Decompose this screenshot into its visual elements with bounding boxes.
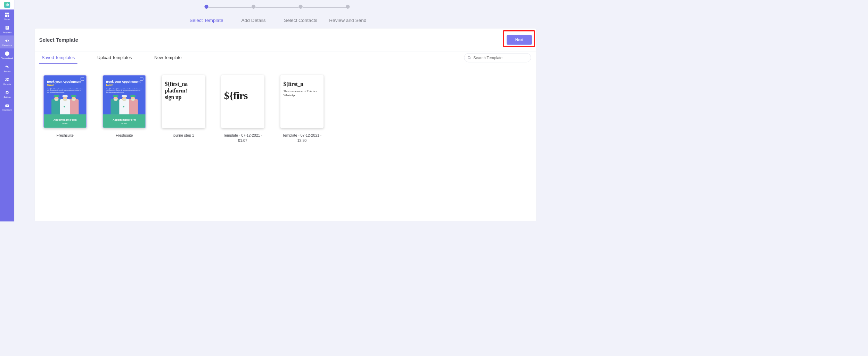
bolt-icon — [5, 51, 10, 56]
tab-upload-templates[interactable]: Upload Templates — [95, 51, 134, 64]
template-item: ${first_n This is a number + This is a W… — [280, 75, 324, 143]
search-wrap — [464, 53, 531, 62]
template-thumb[interactable]: ${firs — [221, 75, 264, 128]
template-item: ${first_na platform! sign up journe step… — [162, 75, 205, 143]
sidebar-item-label: Journey — [4, 70, 11, 72]
tabs-row: Saved Templates Upload Templates New Tem… — [35, 51, 536, 64]
svg-rect-2 — [5, 15, 7, 17]
sidebar-item-campaigns[interactable]: Campaigns — [0, 35, 14, 48]
step-label-1: Select Template — [183, 18, 230, 23]
step-connector — [208, 7, 252, 8]
sidebar: Home Templates Campaigns Transactional J… — [0, 0, 14, 221]
template-thumb[interactable]: ${first_na platform! sign up — [162, 75, 205, 128]
template-item: ${firs Template - 07-12-2021 - 01:07 — [221, 75, 264, 143]
integrations-icon — [5, 103, 10, 108]
svg-rect-1 — [7, 13, 9, 15]
template-item: Book your Appointment Now! Hey ${First N… — [43, 75, 87, 143]
calendar-icon — [140, 77, 143, 81]
gear-icon — [5, 90, 10, 95]
sidebar-item-contacts[interactable]: Contacts — [0, 74, 14, 87]
journey-icon — [5, 64, 10, 69]
card-title: Select Template — [39, 37, 79, 43]
contacts-icon — [5, 77, 10, 82]
step-connector — [255, 7, 298, 8]
svg-rect-9 — [7, 66, 8, 67]
step-label-4: Review and Send — [324, 18, 371, 23]
svg-point-13 — [468, 56, 470, 59]
step-connector — [303, 7, 346, 8]
sidebar-item-integrations[interactable]: Integrations — [0, 100, 14, 113]
sidebar-item-label: Settings — [3, 96, 10, 98]
next-button-highlight — [503, 30, 535, 47]
tab-saved-templates[interactable]: Saved Templates — [39, 51, 77, 64]
step-dot-4[interactable] — [346, 5, 350, 9]
templates-grid: Book your Appointment Now! Hey ${First N… — [35, 64, 536, 148]
template-name: journe step 1 — [173, 133, 194, 138]
sidebar-item-home[interactable]: Home — [0, 9, 14, 22]
main-card: Select Template Next Saved Templates Upl… — [35, 28, 537, 221]
sidebar-item-settings[interactable]: Settings — [0, 87, 14, 100]
sidebar-item-label: Contacts — [3, 83, 11, 85]
tab-new-template[interactable]: New Template — [152, 51, 185, 64]
sidebar-item-label: Transactional — [1, 57, 13, 59]
step-dot-3[interactable] — [299, 5, 303, 9]
home-icon — [5, 12, 10, 17]
stepper: Select Template Add Details Select Conta… — [14, 5, 540, 23]
step-label-2: Add Details — [230, 18, 277, 23]
search-icon — [467, 56, 471, 59]
templates-icon — [5, 25, 10, 30]
template-thumb[interactable]: ${first_n This is a number + This is a W… — [280, 75, 324, 128]
sidebar-item-label: Campaigns — [2, 44, 12, 46]
sidebar-item-label: Integrations — [2, 109, 12, 111]
template-name: Template - 07-12-2021 - 12:30 — [280, 133, 324, 144]
svg-rect-3 — [8, 15, 9, 17]
template-item: Book your Appointment Now! Hey ${First N… — [103, 75, 146, 143]
search-input[interactable] — [464, 53, 531, 62]
svg-line-14 — [470, 58, 471, 59]
sidebar-item-transactional[interactable]: Transactional — [0, 48, 14, 61]
template-name: Freshsuite — [116, 133, 133, 138]
card-header: Select Template Next — [35, 29, 536, 51]
step-dot-1[interactable] — [204, 5, 208, 9]
template-name: Template - 07-12-2021 - 01:07 — [221, 133, 264, 144]
sidebar-item-templates[interactable]: Templates — [0, 23, 14, 35]
calendar-icon — [81, 77, 84, 81]
template-thumb[interactable]: Book your Appointment Now! Hey ${First N… — [103, 75, 146, 128]
svg-point-11 — [7, 78, 8, 79]
template-name: Freshsuite — [57, 133, 74, 138]
sidebar-item-journey[interactable]: Journey — [0, 62, 14, 74]
megaphone-icon — [5, 38, 10, 43]
svg-rect-0 — [5, 13, 7, 15]
sidebar-item-label: Templates — [3, 31, 12, 33]
app-logo[interactable] — [0, 0, 14, 9]
template-thumb[interactable]: Book your Appointment Now! Hey ${First N… — [43, 75, 87, 128]
sidebar-item-label: Home — [5, 18, 10, 20]
svg-point-10 — [6, 78, 7, 79]
step-label-3: Select Contacts — [277, 18, 324, 23]
step-dot-2[interactable] — [252, 5, 255, 9]
